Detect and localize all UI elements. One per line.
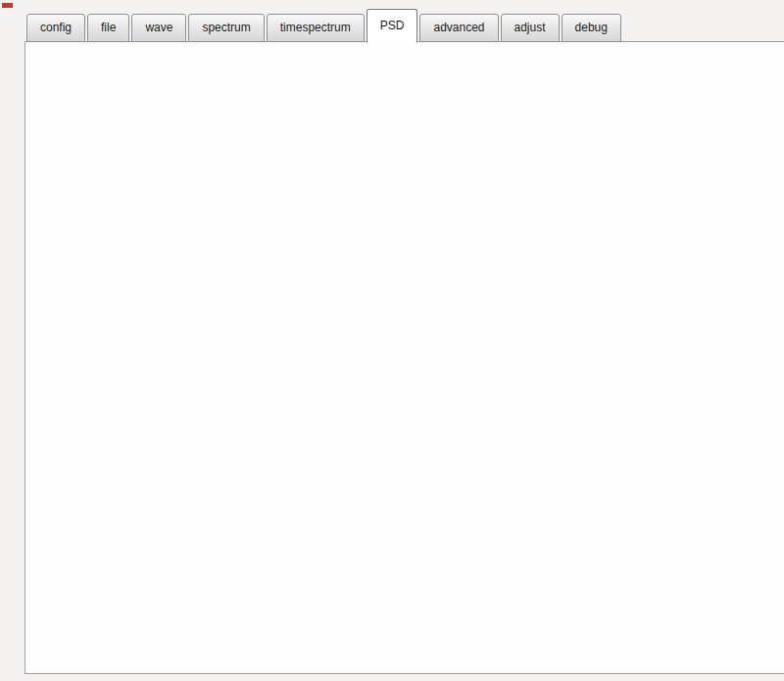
tab-psd[interactable]: PSD: [367, 9, 418, 43]
tab-config[interactable]: config: [26, 14, 85, 42]
tab-page-psd: [24, 41, 784, 674]
tab-spectrum[interactable]: spectrum: [188, 14, 264, 42]
tab-timespectrum[interactable]: timespectrum: [267, 14, 365, 42]
tab-adjust[interactable]: adjust: [501, 14, 560, 42]
tab-wave[interactable]: wave: [131, 14, 186, 42]
app-window: configfilewavespectrumtimespectrumPSDadv…: [0, 0, 784, 681]
tab-advanced[interactable]: advanced: [419, 14, 498, 42]
tab-bar: configfilewavespectrumtimespectrumPSDadv…: [26, 8, 623, 42]
tab-file[interactable]: file: [87, 14, 129, 42]
window-corner-mark: [2, 3, 13, 8]
tab-debug[interactable]: debug: [562, 14, 621, 42]
